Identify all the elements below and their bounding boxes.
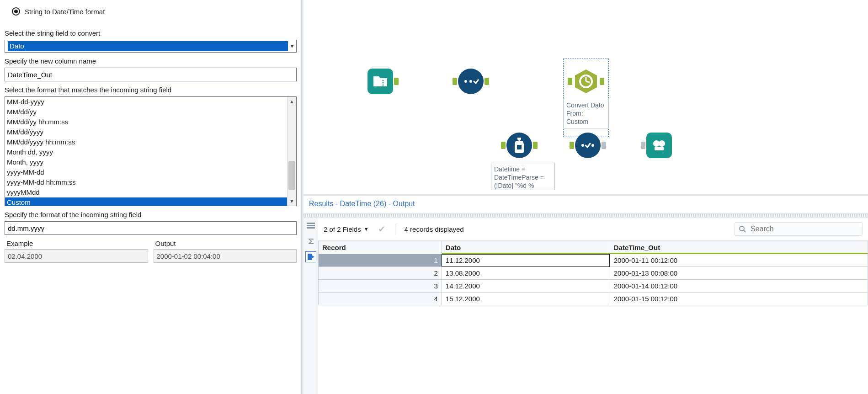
scroll-up-icon[interactable]: ▲ bbox=[288, 97, 296, 106]
format-option[interactable]: MM/dd/yy bbox=[5, 107, 287, 117]
browse-tool-node[interactable] bbox=[646, 133, 672, 158]
search-input[interactable] bbox=[750, 224, 858, 234]
cell-dato[interactable]: 13.08.2000 bbox=[442, 267, 610, 280]
output-header: Output bbox=[154, 240, 297, 247]
browse-tool-icon bbox=[646, 133, 672, 158]
format-option[interactable]: MM-dd-yyyy bbox=[5, 97, 287, 107]
svg-point-3 bbox=[464, 80, 467, 83]
select2-tool-icon bbox=[575, 133, 601, 158]
mode-label: String to Date/Time format bbox=[25, 8, 105, 16]
format-listbox[interactable]: MM-dd-yyyyMM/dd/yyMM/dd/yy hh:mm:ssMM/dd… bbox=[5, 96, 297, 206]
formula-tool-annotation: Datetime = DateTimeParse = ([Dato] "%d % bbox=[491, 163, 555, 190]
format-option[interactable]: yyyyMMdd bbox=[5, 187, 287, 197]
datetime-tool-node[interactable] bbox=[573, 69, 599, 94]
cell-datetime-out[interactable]: 2000-01-14 00:12:00 bbox=[610, 280, 868, 293]
svg-point-0 bbox=[383, 82, 384, 84]
check-icon[interactable]: ✔ bbox=[378, 224, 386, 234]
format-option[interactable]: MM/dd/yyyy bbox=[5, 127, 287, 137]
svg-point-1 bbox=[383, 80, 384, 81]
formula-tool-icon bbox=[506, 133, 532, 158]
format-list-scrollbar[interactable]: ▲ ▼ bbox=[287, 97, 296, 206]
svg-point-10 bbox=[581, 144, 584, 147]
custom-format-label: Specify the format of the incoming strin… bbox=[5, 211, 297, 218]
toolbar-separator bbox=[395, 224, 395, 234]
format-option[interactable]: yyyy-MM-dd hh:mm:ss bbox=[5, 177, 287, 187]
fields-dropdown[interactable]: 2 of 2 Fields ▼ bbox=[324, 225, 369, 233]
svg-point-4 bbox=[469, 80, 472, 83]
search-icon bbox=[739, 225, 746, 233]
cell-dato[interactable]: 11.12.2000 bbox=[442, 254, 610, 267]
scroll-down-icon[interactable]: ▼ bbox=[288, 197, 296, 206]
format-option[interactable]: yyyy-MM-dd bbox=[5, 167, 287, 177]
chevron-down-icon: ▼ bbox=[364, 226, 369, 232]
row-number: 4 bbox=[319, 293, 442, 305]
svg-point-12 bbox=[653, 140, 660, 147]
row-number: 3 bbox=[319, 280, 442, 293]
example-value: 02.04.2000 bbox=[5, 249, 148, 263]
svg-line-19 bbox=[744, 230, 746, 232]
format-option[interactable]: MM/dd/yyyy hh:mm:ss bbox=[5, 137, 287, 147]
cell-dato[interactable]: 14.12.2000 bbox=[442, 280, 610, 293]
results-toolbar: 2 of 2 Fields ▼ ✔ 4 records displayed bbox=[318, 218, 868, 241]
tab-sigma-icon[interactable] bbox=[305, 236, 316, 247]
tab-output-icon[interactable] bbox=[305, 251, 316, 262]
scroll-thumb[interactable] bbox=[288, 161, 295, 190]
col-record[interactable]: Record bbox=[319, 241, 442, 254]
svg-point-13 bbox=[659, 140, 665, 147]
svg-line-8 bbox=[586, 81, 590, 82]
datetime-tool-icon bbox=[573, 69, 599, 94]
results-side-tabs bbox=[304, 218, 318, 394]
svg-rect-16 bbox=[307, 225, 315, 226]
datetime-config-panel: String to Date/Time format Select the st… bbox=[0, 0, 302, 394]
formula-tool-node[interactable] bbox=[506, 133, 532, 158]
output-value: 2000-01-02 00:04:00 bbox=[154, 249, 297, 263]
select-tool-icon bbox=[458, 69, 484, 94]
format-option[interactable]: MM/dd/yy hh:mm:ss bbox=[5, 117, 287, 127]
connection-wires bbox=[304, 0, 441, 69]
cell-dato[interactable]: 15.12.2000 bbox=[442, 293, 610, 305]
select-format-label: Select the format that matches the incom… bbox=[5, 86, 297, 94]
cell-datetime-out[interactable]: 2000-01-11 00:12:00 bbox=[610, 254, 868, 267]
svg-point-11 bbox=[591, 144, 594, 147]
table-row[interactable]: 314.12.20002000-01-14 00:12:00 bbox=[319, 280, 868, 293]
format-option[interactable]: Month, yyyy bbox=[5, 157, 287, 167]
records-summary: 4 records displayed bbox=[405, 225, 464, 233]
results-drag-handle[interactable] bbox=[304, 213, 868, 217]
new-column-input[interactable] bbox=[5, 68, 297, 81]
format-option[interactable]: Month dd, yyyy bbox=[5, 147, 287, 157]
table-row[interactable]: 213.08.20002000-01-13 00:08:00 bbox=[319, 267, 868, 280]
chevron-down-icon: ▾ bbox=[291, 43, 293, 49]
new-col-label: Specify the new column name bbox=[5, 57, 297, 65]
svg-rect-9 bbox=[517, 145, 522, 149]
results-grid[interactable]: Record Dato DateTime_Out 111.12.20002000… bbox=[318, 241, 868, 305]
cell-datetime-out[interactable]: 2000-01-13 00:08:00 bbox=[610, 267, 868, 280]
results-title: Results - DateTime (26) - Output bbox=[304, 196, 868, 213]
input-tool-node[interactable] bbox=[367, 69, 393, 94]
select-field-label: Select the string field to convert bbox=[5, 29, 297, 37]
table-row[interactable]: 111.12.20002000-01-11 00:12:00 bbox=[319, 254, 868, 267]
fields-summary: 2 of 2 Fields bbox=[324, 225, 361, 233]
cell-datetime-out[interactable]: 2000-01-15 00:12:00 bbox=[610, 293, 868, 305]
datetime-tool-annotation: Convert Dato From:Custom bbox=[563, 99, 609, 128]
results-search[interactable] bbox=[735, 222, 863, 236]
svg-point-18 bbox=[740, 226, 744, 231]
svg-rect-14 bbox=[655, 147, 664, 150]
radio-icon bbox=[12, 7, 20, 16]
svg-rect-15 bbox=[307, 223, 315, 224]
workflow-canvas[interactable]: Convert Dato From:Custom Datetime = Date… bbox=[304, 0, 868, 194]
example-header: Example bbox=[5, 240, 148, 247]
string-field-selected: Dato bbox=[8, 41, 288, 51]
col-datetime-out[interactable]: DateTime_Out bbox=[610, 241, 868, 254]
string-field-dropdown[interactable]: Dato ▾ bbox=[5, 40, 297, 53]
format-option[interactable]: Custom bbox=[5, 197, 287, 206]
input-tool-icon bbox=[367, 69, 393, 94]
col-dato[interactable]: Dato bbox=[442, 241, 610, 254]
example-row: Example 02.04.2000 Output 2000-01-02 00:… bbox=[5, 240, 297, 263]
select2-tool-node[interactable] bbox=[575, 133, 601, 158]
mode-radio-row[interactable]: String to Date/Time format bbox=[12, 7, 297, 16]
table-row[interactable]: 415.12.20002000-01-15 00:12:00 bbox=[319, 293, 868, 305]
custom-format-input[interactable] bbox=[5, 221, 297, 235]
svg-rect-17 bbox=[307, 227, 315, 229]
select-tool-node[interactable] bbox=[458, 69, 484, 94]
tab-rows-icon[interactable] bbox=[305, 220, 316, 231]
